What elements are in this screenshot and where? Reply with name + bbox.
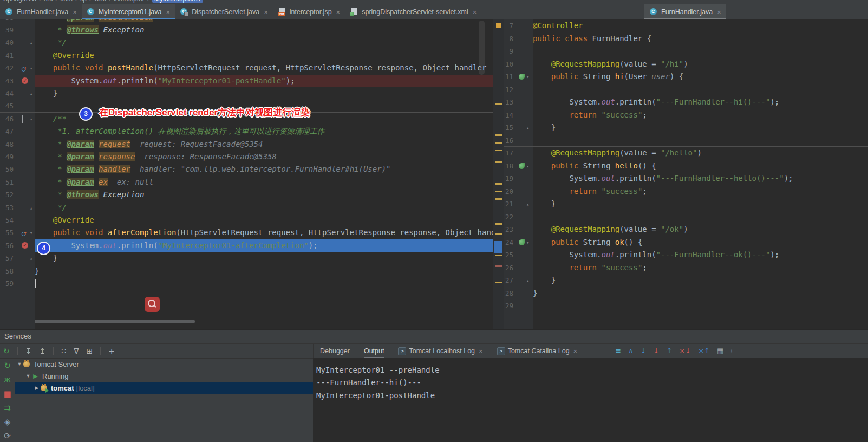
code-line-48[interactable]: 48 * @param request request: RequestFaca… [0,138,493,151]
console-tab-tomcat-localhost-log[interactable]: >Tomcat Localhost Log× [398,347,482,355]
code-line-10[interactable]: 10 @RequestMapping(value = "/hi") [504,58,868,70]
tab-close-icon[interactable]: × [473,8,477,16]
next-error-icon[interactable]: ↓ [654,347,660,355]
code-line-57[interactable]: 57▴ } [0,252,493,264]
code-line-14[interactable]: 14 return "success"; [504,109,868,121]
stripe-mark[interactable] [495,255,502,256]
expand-all-icon[interactable]: ↧ [25,347,32,355]
console-tab-debugger[interactable]: Debugger [320,347,350,355]
fold-marker[interactable]: ▴ [526,275,529,287]
layout-settings-icon[interactable]: ▦ [717,347,723,355]
services-view-icon[interactable]: ◈ [4,418,11,426]
prev-error-icon[interactable]: ↑ [666,347,672,355]
stripe-mark[interactable] [495,282,502,283]
add-service-icon[interactable]: + [108,347,115,355]
fold-marker[interactable]: ▾ [526,160,529,173]
fold-marker[interactable]: ▾ [526,71,529,83]
navigation-bar[interactable]: SpringMVC›src›com›llp›web›interceptor›My… [0,0,868,4]
stripe-mark[interactable] [495,198,502,200]
rerun-icon[interactable]: ↻ [3,347,10,355]
chevron-down-icon[interactable]: ▼ [25,373,31,379]
code-line-12[interactable]: 12 [504,83,868,96]
code-line-23[interactable]: 23 @RequestMapping(value = "/ok") [504,223,868,236]
rerun-debug-icon[interactable]: ж [4,375,11,384]
code-line-55[interactable]: 55▾ public void afterCompletion(HttpServ… [0,226,493,239]
fold-marker[interactable]: ▴ [30,37,32,49]
code-line-16[interactable]: 16 [504,134,868,147]
services-header[interactable]: Services [0,330,868,344]
code-line-27[interactable]: 27▴ } [504,274,868,287]
breadcrumb-item[interactable]: src [44,0,53,3]
code-line-28[interactable]: 28} [504,287,868,300]
breadcrumb-item[interactable]: SpringMVC [3,0,36,3]
fold-marker[interactable]: ▴ [30,88,32,100]
code-line-40[interactable]: 40▴ */ [0,36,493,49]
code-line-59[interactable]: 59 [0,277,493,290]
breadcrumb-item[interactable]: llp [80,0,87,3]
stripe-mark[interactable] [495,265,502,267]
code-line-21[interactable]: 21▴ } [504,198,868,210]
console-tab-output[interactable]: Output [364,347,384,355]
code-line-51[interactable]: 51 * @param ex ex: null [0,176,493,188]
view-options-icon[interactable]: ≔ [730,347,738,355]
tab-close-icon[interactable]: × [264,8,268,16]
rerun-icon[interactable]: ↻ [4,361,11,370]
tab-furnhandler-java[interactable]: CFurnHandler.java× [0,4,82,20]
clear-to-start-icon[interactable]: ×↑ [698,347,710,355]
search-icon[interactable] [145,297,160,312]
tree-row-tomcat[interactable]: ▶tomcat[local] [15,382,313,394]
fold-marker[interactable]: ▴ [526,198,529,211]
breakpoint-icon[interactable] [22,242,28,249]
code-line-22[interactable]: 22 [504,211,868,223]
filter-icon[interactable]: ∇ [74,347,79,355]
override-method-icon[interactable] [22,64,30,73]
stripe-mark[interactable] [495,103,502,105]
code-line-7[interactable]: 7@Controller [504,20,868,32]
breadcrumb-item[interactable]: web [94,0,106,3]
code-line-8[interactable]: 8public class FurnHandler { [504,32,868,45]
scroll-up-icon[interactable]: ∧ [628,347,634,355]
code-line-9[interactable]: 9 [504,45,868,57]
spring-bean-icon[interactable] [519,239,525,245]
collapse-all-icon[interactable]: ↥ [39,347,45,355]
stripe-mark[interactable] [495,223,502,225]
console-tab-tomcat-catalina-log[interactable]: >Tomcat Catalina Log× [497,347,578,355]
spring-bean-icon[interactable] [519,163,525,169]
code-line-29[interactable]: 29 [504,300,868,312]
code-line-38[interactable]: 38 * @param modelAndView [0,20,493,24]
fold-marker[interactable]: ▴ [526,122,529,134]
stripe-mark[interactable] [495,150,502,151]
group-services-icon[interactable]: ∷ [61,347,66,355]
deploy-icon[interactable]: ⇉ [4,404,11,412]
code-line-58[interactable]: 58} [0,265,493,277]
refresh-icon[interactable]: ⟳ [4,432,11,440]
tab-close-icon[interactable]: × [573,347,578,355]
breadcrumb[interactable]: SpringMVC›src›com›llp›web›interceptor›My… [3,0,203,3]
stripe-mark[interactable] [495,134,502,136]
code-line-19[interactable]: 19 System.out.println("---FurnHandler--h… [504,172,868,185]
stripe-mark[interactable] [495,142,502,144]
chevron-right-icon[interactable]: ▶ [34,385,40,391]
tab-close-icon[interactable]: × [336,8,341,16]
clear-to-end-icon[interactable]: ×↓ [679,347,691,355]
override-method-icon[interactable] [22,229,30,238]
breadcrumb-item[interactable]: interceptor [114,0,145,3]
selection-stripe-mark[interactable] [494,241,502,253]
fold-marker[interactable]: ▾ [30,62,32,75]
fold-marker[interactable]: ▴ [30,202,32,214]
tab-close-icon[interactable]: × [479,347,483,355]
code-line-54[interactable]: 54 @Override [0,214,493,226]
right-editor-pane[interactable]: 7@Controller8public class FurnHandler {9… [504,20,868,329]
left-editor-pane[interactable]: 38 * @param modelAndView39 * @throws Exc… [0,20,493,329]
fold-marker[interactable]: ▴ [30,252,32,265]
code-line-15[interactable]: 15▴ } [504,121,868,134]
tree-row-running[interactable]: ▼▶Running [15,370,313,382]
code-line-17[interactable]: 17 @RequestMapping(value = "/hello") [504,147,868,159]
tab-close-icon[interactable]: × [73,8,77,16]
tab-interceptor-jsp[interactable]: JSPinterceptor.jsp× [273,4,345,20]
breadcrumb-item[interactable]: MyInterceptor01 [152,0,204,3]
tab-furnhandler-java[interactable]: CFurnHandler.java× [644,4,726,20]
code-line-25[interactable]: 25 System.out.println("---FurnHandler--o… [504,249,868,261]
code-line-26[interactable]: 26 return "success"; [504,262,868,274]
tree-row-tomcat-server[interactable]: ▼Tomcat Server [15,358,313,370]
